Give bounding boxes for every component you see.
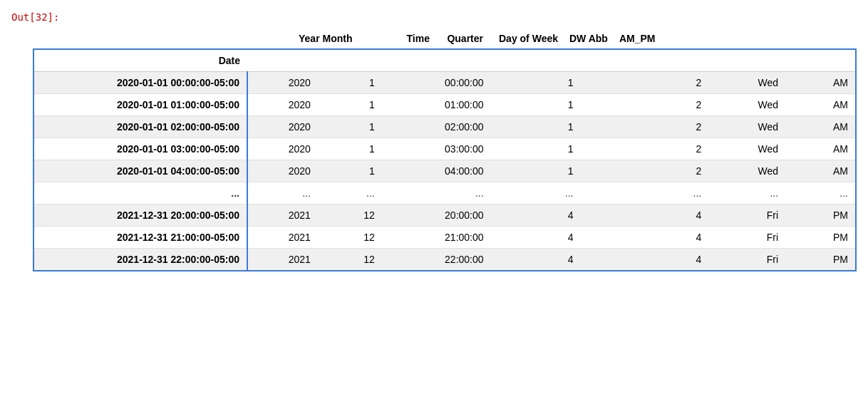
- year-cell: 2021: [247, 249, 318, 271]
- quarter-cell: 1: [491, 160, 581, 182]
- date-cell: 2021-12-31 21:00:00-05:00: [33, 227, 247, 249]
- dow-cell: 2: [580, 94, 708, 116]
- year-cell: 2020: [247, 138, 318, 160]
- time-header: Time: [378, 30, 435, 47]
- quarter-cell: 1: [491, 94, 581, 116]
- month-cell: 12: [318, 227, 382, 249]
- table-row: ........................: [33, 182, 856, 205]
- date-cell: 2021-12-31 20:00:00-05:00: [33, 205, 247, 227]
- month-cell: 1: [318, 160, 382, 182]
- dow-cell: 4: [580, 227, 708, 249]
- dow-cell: 4: [580, 205, 708, 227]
- dow-cell: 4: [580, 249, 708, 271]
- month-cell: 1: [318, 116, 382, 138]
- dwabb-cell: Fri: [708, 227, 785, 249]
- year-col-header: [247, 49, 318, 72]
- quarter-cell: 1: [491, 116, 581, 138]
- ampm-cell: ...: [785, 182, 856, 205]
- time-col-header: [382, 49, 491, 72]
- year-month-label: Year Month: [299, 33, 352, 44]
- dow-cell: 2: [580, 138, 708, 160]
- year-month-header: Year Month: [293, 30, 378, 47]
- table-row: 2020-01-01 02:00:00-05:002020102:00:0012…: [33, 116, 856, 138]
- date-cell: 2020-01-01 01:00:00-05:00: [33, 94, 247, 116]
- time-cell: 22:00:00: [382, 249, 491, 271]
- month-cell: 12: [318, 249, 382, 271]
- ampm-cell: AM: [785, 94, 856, 116]
- page-container: Out[32]: Year Month Time Quarter Day of …: [11, 11, 857, 271]
- dwabb-cell: Fri: [708, 205, 785, 227]
- year-cell: 2021: [247, 227, 318, 249]
- quarter-cell: 1: [491, 72, 581, 94]
- time-cell: 03:00:00: [382, 138, 491, 160]
- table-row: 2020-01-01 04:00:00-05:002020104:00:0012…: [33, 160, 856, 182]
- month-cell: 1: [318, 138, 382, 160]
- ampm-cell: AM: [785, 116, 856, 138]
- quarter-cell: 1: [491, 138, 581, 160]
- month-cell: 12: [318, 205, 382, 227]
- quarter-cell: 4: [491, 227, 581, 249]
- data-table: Date 2020-01-01 00:00:00-05:002020100:00…: [33, 48, 857, 271]
- table-row: 2021-12-31 22:00:00-05:0020211222:00:004…: [33, 249, 856, 271]
- year-cell: 2021: [247, 205, 318, 227]
- dwabb-cell: Wed: [708, 94, 785, 116]
- table-row: 2020-01-01 03:00:00-05:002020103:00:0012…: [33, 138, 856, 160]
- table-row: 2021-12-31 21:00:00-05:0020211221:00:004…: [33, 227, 856, 249]
- year-cell: 2020: [247, 72, 318, 94]
- date-column-header: Date: [33, 49, 247, 72]
- year-cell: 2020: [247, 160, 318, 182]
- dwabb-cell: Fri: [708, 249, 785, 271]
- ampm-cell: PM: [785, 227, 856, 249]
- dow-col-header: [580, 49, 708, 72]
- month-col-header: [318, 49, 382, 72]
- date-cell: 2020-01-01 02:00:00-05:00: [33, 116, 247, 138]
- time-cell: 20:00:00: [382, 205, 491, 227]
- dwabb-cell: Wed: [708, 160, 785, 182]
- quarter-cell: ...: [491, 182, 581, 205]
- quarter-cell: 4: [491, 249, 581, 271]
- table-row: 2021-12-31 20:00:00-05:0020211220:00:004…: [33, 205, 856, 227]
- ampm-cell: PM: [785, 205, 856, 227]
- date-cell: 2020-01-01 00:00:00-05:00: [33, 72, 247, 94]
- time-cell: ...: [382, 182, 491, 205]
- quarter-col-header: [491, 49, 581, 72]
- time-cell: 04:00:00: [382, 160, 491, 182]
- date-cell: 2021-12-31 22:00:00-05:00: [33, 249, 247, 271]
- year-cell: ...: [247, 182, 318, 205]
- output-label: Out[32]:: [11, 11, 857, 23]
- dow-cell: 2: [580, 72, 708, 94]
- ampm-cell: AM: [785, 160, 856, 182]
- month-cell: 1: [318, 94, 382, 116]
- date-cell: ...: [33, 182, 247, 205]
- month-cell: ...: [318, 182, 382, 205]
- year-header: [254, 41, 293, 47]
- dwabb-col-header: [708, 49, 785, 72]
- am-pm-header: AM_PM: [614, 30, 661, 47]
- ampm-col-header: [785, 49, 856, 72]
- column-headers-row: Year Month Time Quarter Day of Week DW A…: [33, 30, 857, 48]
- year-cell: 2020: [247, 94, 318, 116]
- dow-cell: 2: [580, 116, 708, 138]
- dwabb-cell: Wed: [708, 138, 785, 160]
- time-cell: 21:00:00: [382, 227, 491, 249]
- time-cell: 01:00:00: [382, 94, 491, 116]
- ampm-cell: AM: [785, 138, 856, 160]
- ampm-cell: PM: [785, 249, 856, 271]
- date-cell: 2020-01-01 04:00:00-05:00: [33, 160, 247, 182]
- quarter-cell: 4: [491, 205, 581, 227]
- dwabb-cell: Wed: [708, 72, 785, 94]
- table-row: 2020-01-01 01:00:00-05:002020101:00:0012…: [33, 94, 856, 116]
- dow-cell: 2: [580, 160, 708, 182]
- dw-abb-header: DW Abb: [564, 30, 614, 47]
- table-row: 2020-01-01 00:00:00-05:002020100:00:0012…: [33, 72, 856, 94]
- ampm-cell: AM: [785, 72, 856, 94]
- time-cell: 00:00:00: [382, 72, 491, 94]
- date-cell: 2020-01-01 03:00:00-05:00: [33, 138, 247, 160]
- time-cell: 02:00:00: [382, 116, 491, 138]
- dwabb-cell: ...: [708, 182, 785, 205]
- quarter-header: Quarter: [435, 30, 489, 47]
- day-of-week-header: Day of Week: [489, 30, 564, 47]
- dwabb-cell: Wed: [708, 116, 785, 138]
- month-cell: 1: [318, 72, 382, 94]
- dow-cell: ...: [580, 182, 708, 205]
